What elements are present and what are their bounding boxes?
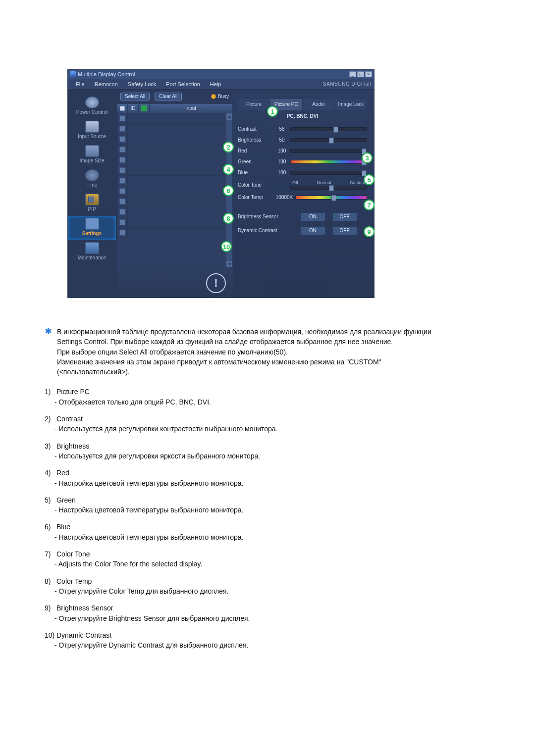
item-title: Brightness Sensor bbox=[56, 604, 113, 612]
item-number: 3) bbox=[45, 441, 56, 451]
table-row[interactable] bbox=[117, 113, 232, 124]
callout-6: 6 bbox=[223, 185, 234, 196]
table-row[interactable] bbox=[117, 197, 232, 207]
table-row[interactable] bbox=[117, 134, 232, 145]
row-checkbox[interactable] bbox=[119, 230, 125, 236]
col-id: ID bbox=[128, 104, 139, 113]
table-row[interactable] bbox=[117, 124, 232, 134]
clear-all-button[interactable]: Clear All bbox=[155, 93, 182, 101]
red-label: Red bbox=[238, 149, 273, 153]
brightness-sensor-on-button[interactable]: ON bbox=[301, 212, 325, 221]
table-row[interactable] bbox=[117, 207, 232, 217]
menu-remocon[interactable]: Remocon bbox=[90, 79, 123, 90]
tab-audio[interactable]: Audio bbox=[303, 99, 335, 110]
brightness-sensor-off-button[interactable]: OFF bbox=[332, 212, 357, 221]
star-paragraph: ✱ В информационной таблице представлена … bbox=[45, 327, 451, 377]
color-tone-row: Color Tone Off Normal Custom bbox=[238, 178, 367, 192]
sidebar-item-maintenance[interactable]: Maintenance bbox=[68, 240, 116, 264]
scroll-down-icon[interactable]: ▼ bbox=[226, 261, 233, 267]
sidebar-item-pip[interactable]: PIP bbox=[68, 192, 116, 216]
item-number: 8) bbox=[45, 576, 56, 586]
row-checkbox[interactable] bbox=[119, 209, 125, 215]
callout-7: 7 bbox=[364, 200, 374, 210]
image-size-icon bbox=[85, 145, 99, 157]
header-checkbox[interactable] bbox=[120, 106, 125, 111]
color-temp-row: Color Temp 10000K bbox=[238, 192, 367, 203]
dynamic-contrast-off-button[interactable]: OFF bbox=[332, 226, 357, 235]
dynamic-contrast-on-button[interactable]: ON bbox=[301, 226, 325, 235]
table-row[interactable] bbox=[117, 165, 232, 176]
blue-slider[interactable] bbox=[290, 171, 367, 175]
red-slider[interactable] bbox=[290, 149, 367, 153]
menu-safety-lock[interactable]: Safety Lock bbox=[123, 79, 161, 90]
item-number: 7) bbox=[45, 549, 56, 559]
color-tone-slider[interactable] bbox=[290, 186, 367, 190]
menu-file[interactable]: File bbox=[71, 79, 90, 90]
select-all-button[interactable]: Select All bbox=[120, 93, 150, 101]
item-title: Color Tone bbox=[56, 550, 90, 558]
tab-subtitle: PC, BNC, DVI bbox=[238, 111, 367, 124]
brightness-slider[interactable] bbox=[290, 138, 367, 142]
brightness-row: Brightness 50 bbox=[238, 135, 367, 146]
table-row[interactable] bbox=[117, 217, 232, 228]
row-checkbox[interactable] bbox=[119, 126, 125, 132]
callout-2: 2 bbox=[223, 142, 234, 152]
row-checkbox[interactable] bbox=[119, 157, 125, 163]
row-checkbox[interactable] bbox=[119, 199, 125, 204]
green-value: 100 bbox=[273, 159, 290, 164]
app-icon bbox=[70, 71, 76, 77]
sidebar-item-input-source[interactable]: Input Source bbox=[68, 119, 116, 143]
row-checkbox[interactable] bbox=[119, 178, 125, 184]
brightness-sensor-row: Brightness Sensor ON OFF bbox=[238, 210, 367, 224]
row-checkbox[interactable] bbox=[119, 219, 125, 225]
list-item: 1)Picture PC- Отображается только для оп… bbox=[45, 387, 451, 407]
item-number: 10) bbox=[45, 630, 56, 640]
callout-9: 9 bbox=[364, 226, 374, 237]
list-item: 10)Dynamic Contrast- Отрегулируйте Dynam… bbox=[45, 630, 451, 651]
list-item: 5)Green- Настройка цветовой температуры … bbox=[45, 495, 451, 515]
contrast-slider[interactable] bbox=[290, 127, 367, 131]
settings-panel: Picture Picture PC Audio Image Lock PC, … bbox=[233, 90, 374, 298]
menu-help[interactable]: Help bbox=[205, 79, 226, 90]
callout-4: 4 bbox=[223, 164, 234, 175]
item-number: 9) bbox=[45, 603, 56, 613]
table-row[interactable] bbox=[117, 186, 232, 197]
settings-tabs: Picture Picture PC Audio Image Lock bbox=[238, 99, 367, 111]
scroll-up-icon[interactable]: ▲ bbox=[226, 113, 233, 120]
maximize-button[interactable]: □ bbox=[357, 71, 364, 77]
row-checkbox[interactable] bbox=[119, 188, 125, 194]
table-row[interactable] bbox=[117, 145, 232, 155]
sidebar-item-settings[interactable]: Settings bbox=[68, 216, 116, 240]
list-item: 2)Contrast- Используется для регулировки… bbox=[45, 414, 451, 434]
row-checkbox[interactable] bbox=[119, 167, 125, 173]
table-row[interactable] bbox=[117, 176, 232, 186]
color-temp-slider[interactable] bbox=[295, 196, 367, 200]
item-number: 5) bbox=[45, 495, 56, 505]
table-row[interactable] bbox=[117, 228, 232, 238]
minimize-button[interactable]: _ bbox=[349, 71, 356, 77]
sidebar-item-power-control[interactable]: Power Control bbox=[68, 95, 116, 119]
contrast-row: Contrast 56 bbox=[238, 124, 367, 135]
contrast-label: Contrast bbox=[238, 127, 273, 132]
close-button[interactable]: × bbox=[365, 71, 372, 77]
row-checkbox[interactable] bbox=[119, 136, 125, 142]
list-item: 4)Red- Настройка цветовой температуры вы… bbox=[45, 468, 451, 488]
table-row[interactable] bbox=[117, 155, 232, 165]
item-desc: - Отображается только для опций PC, BNC,… bbox=[45, 397, 451, 407]
callout-3: 3 bbox=[362, 152, 373, 163]
menu-port-selection[interactable]: Port Selection bbox=[161, 79, 205, 90]
brightness-sensor-label: Brightness Sensor bbox=[238, 214, 290, 219]
green-slider[interactable] bbox=[290, 160, 367, 164]
sidebar-item-time[interactable]: Time bbox=[68, 167, 116, 192]
tab-image-lock[interactable]: Image Lock bbox=[335, 99, 367, 110]
busy-icon bbox=[211, 94, 216, 99]
input-source-icon bbox=[85, 121, 99, 133]
table-body: ▲ ▼ bbox=[116, 113, 233, 268]
item-title: Contrast bbox=[56, 415, 83, 423]
red-value: 100 bbox=[273, 149, 290, 153]
row-checkbox[interactable] bbox=[119, 115, 125, 121]
tab-picture[interactable]: Picture bbox=[238, 99, 270, 110]
sidebar-item-image-size[interactable]: Image Size bbox=[68, 143, 116, 167]
list-item: 7)Color Tone- Adjusts the Color Tone for… bbox=[45, 549, 451, 569]
row-checkbox[interactable] bbox=[119, 147, 125, 152]
